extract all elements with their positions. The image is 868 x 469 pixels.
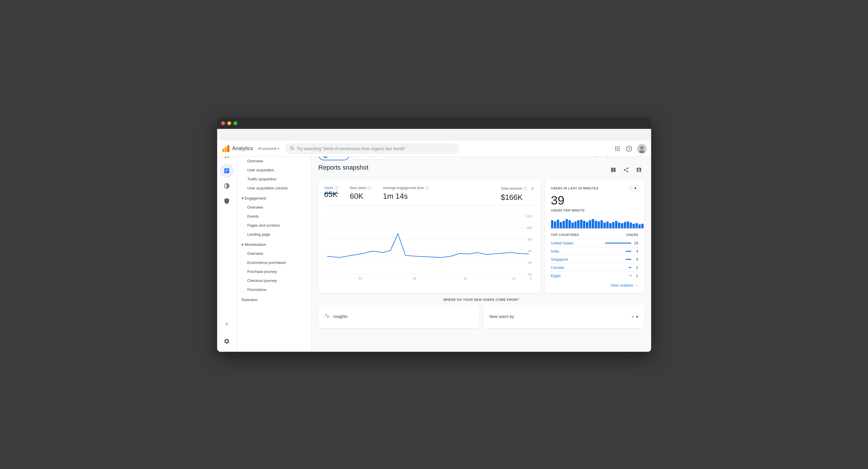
bar-5 <box>563 221 565 228</box>
minimize-button[interactable] <box>227 121 231 125</box>
bar-25 <box>621 223 623 228</box>
sidebar-item-traffic-acquisition[interactable]: Traffic acquisition <box>237 174 311 183</box>
engagement-info-icon[interactable]: ⓘ <box>425 185 429 191</box>
user-avatar[interactable] <box>637 144 647 153</box>
view-realtime-link[interactable]: View realtime → <box>551 283 638 288</box>
country-row-egypt[interactable]: Egypt 1 <box>551 271 638 279</box>
bar-10 <box>577 220 580 228</box>
sidebar-item-checkout-journey[interactable]: Checkout journey <box>237 276 311 285</box>
new-users-by-card[interactable]: New users by ✓ ▾ <box>484 305 644 328</box>
svg-text:4K: 4K <box>528 261 532 265</box>
bar-15 <box>592 219 594 228</box>
engagement-label-text: Average engagement time <box>383 186 424 190</box>
nav-advertising[interactable] <box>220 194 234 208</box>
country-india-name[interactable]: India <box>551 249 559 254</box>
dropdown-icon: ▾ <box>636 314 638 320</box>
nav-settings[interactable] <box>220 334 234 348</box>
bar-14 <box>589 220 591 228</box>
bar-3 <box>557 220 559 228</box>
country-us-name[interactable]: United States <box>551 241 574 245</box>
country-singapore-bar-wrap: 4 <box>625 257 638 262</box>
sidebar-section-retention: Retention <box>237 295 311 304</box>
bar-4 <box>560 222 562 228</box>
country-singapore-name[interactable]: Singapore <box>551 257 568 262</box>
svg-text:8K: 8K <box>528 238 532 241</box>
engagement-header[interactable]: ▾ Engagement <box>237 194 311 203</box>
svg-rect-18 <box>611 168 613 172</box>
sidebar-item-ecommerce-purchases[interactable]: Ecommerce purchases <box>237 258 311 267</box>
svg-rect-11 <box>617 150 618 151</box>
realtime-count: 39 <box>551 194 638 207</box>
sidebar-item-engagement-overview[interactable]: Overview <box>237 203 311 212</box>
top-countries-header: TOP COUNTRIES USERS <box>551 233 638 237</box>
metric-new-users[interactable]: New users ⓘ 60K <box>350 185 371 202</box>
sidebar-section-engagement: ▾ Engagement Overview Events Pages and s… <box>237 194 311 239</box>
realtime-filter[interactable]: ✓ ▾ <box>628 185 638 191</box>
bottom-grid: Insights New users by ✓ ▾ <box>318 305 644 328</box>
sidebar-item-landing-page[interactable]: Landing page <box>237 230 311 239</box>
insights-card[interactable]: Insights <box>318 305 479 328</box>
revenue-info-icon[interactable]: ⓘ <box>523 186 527 191</box>
bar-19 <box>603 223 606 228</box>
all-accounts-dropdown[interactable]: All accounts ▾ <box>255 145 282 152</box>
sidebar-item-promotions[interactable]: Promotions <box>237 285 311 294</box>
country-egypt-name[interactable]: Egypt <box>551 273 561 278</box>
sidebar-item-acquisition-overview[interactable]: Overview <box>237 157 311 166</box>
revenue-label-text: Total revenue <box>501 187 522 191</box>
nav-explore[interactable] <box>220 179 234 193</box>
all-accounts-label: All accounts <box>258 147 277 151</box>
grid-icon[interactable] <box>614 145 621 152</box>
bar-9 <box>574 222 577 228</box>
filter-dropdown-icon: ▾ <box>634 186 636 190</box>
retention-label: Retention <box>242 298 258 302</box>
country-row-singapore[interactable]: Singapore 4 <box>551 255 638 263</box>
app-title: Analytics <box>232 145 253 152</box>
nav-reports[interactable] <box>220 164 234 178</box>
country-egypt-bar-wrap: 1 <box>630 273 638 278</box>
sidebar-item-events[interactable]: Events <box>237 212 311 221</box>
new-users-info-icon[interactable]: ⓘ <box>368 185 371 191</box>
sidebar-item-monetization-overview[interactable]: Overview <box>237 249 311 258</box>
country-canada-name[interactable]: Canada <box>551 265 564 270</box>
bar-17 <box>597 222 600 228</box>
svg-rect-1 <box>225 147 227 152</box>
metric-users[interactable]: Users ⓘ 65K <box>324 185 338 202</box>
bar-chart-mini <box>551 214 638 228</box>
svg-rect-10 <box>615 150 616 151</box>
metric-revenue[interactable]: Total revenue ⓘ ✓ $166K <box>501 185 534 202</box>
close-button[interactable] <box>221 121 225 125</box>
bar-18 <box>600 220 603 228</box>
ga-logo-icon <box>222 144 230 153</box>
svg-text:?: ? <box>628 147 630 151</box>
monetization-header[interactable]: ▾ Monetization <box>237 240 311 249</box>
new-users-by-label: New users by <box>489 314 514 319</box>
country-row-india[interactable]: India 4 <box>551 247 638 255</box>
monetization-label: Monetization <box>245 242 266 247</box>
sidebar-item-pages-screens[interactable]: Pages and screens <box>237 221 311 230</box>
sidebar-item-user-acquisition-cohorts[interactable]: User acquisition cohorts <box>237 183 311 193</box>
bar-12 <box>583 221 585 228</box>
engagement-label: Engagement <box>245 196 266 200</box>
customize-button[interactable] <box>634 166 644 174</box>
layout-toggle-button[interactable] <box>608 166 619 174</box>
chevron-down-icon: ▾ <box>278 147 279 150</box>
users-per-minute-label: USERS PER MINUTE <box>551 209 638 212</box>
metric-engagement[interactable]: Average engagement time ⓘ 1m 14s <box>383 185 429 202</box>
country-india-count: 4 <box>634 249 638 254</box>
help-icon[interactable]: ? <box>625 145 632 152</box>
fullscreen-button[interactable] <box>234 121 237 125</box>
new-users-label-text: New users <box>350 186 367 190</box>
bar-2 <box>554 222 556 228</box>
nav-collapse[interactable] <box>220 317 234 331</box>
search-bar[interactable]: Try searching "trend of conversions from… <box>285 143 460 154</box>
country-row-canada[interactable]: Canada 2 <box>551 263 638 271</box>
top-countries-label: TOP COUNTRIES <box>551 233 579 237</box>
app-body: Analytics All accounts ▾ Try searching "… <box>217 129 651 352</box>
sidebar-item-purchase-journey[interactable]: Purchase journey <box>237 267 311 276</box>
bar-6 <box>565 219 568 228</box>
retention-header[interactable]: Retention <box>237 295 311 304</box>
main-content: A All Users Add comparison + Last 28 day… <box>311 145 651 352</box>
share-button[interactable] <box>621 166 631 174</box>
sidebar-item-user-acquisition[interactable]: User acquisition <box>237 166 311 174</box>
country-row-us[interactable]: United States 19 <box>551 239 638 247</box>
